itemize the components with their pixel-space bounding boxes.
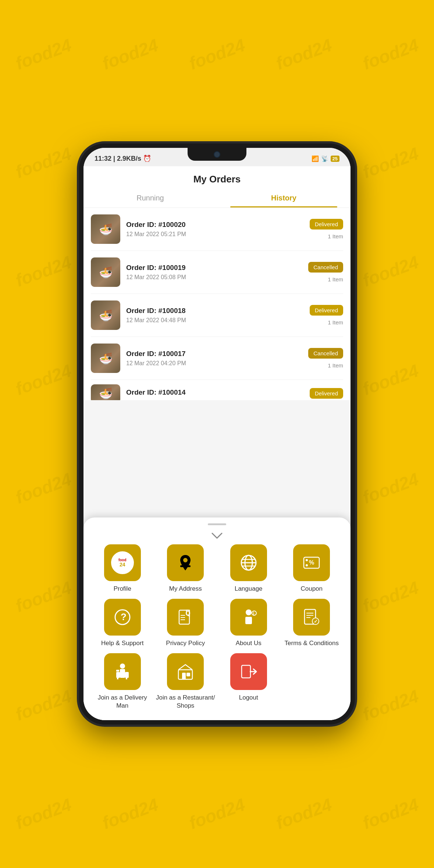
logout-icon-box xyxy=(230,653,267,690)
menu-label-about: About Us xyxy=(236,639,262,647)
menu-label-logout: Logout xyxy=(239,694,258,702)
profile-icon-box: food 24 xyxy=(104,544,141,581)
order-thumbnail: 🍜 xyxy=(91,344,120,373)
order-id: Order ID: #100020 xyxy=(126,221,304,229)
menu-label-delivery: Join as a Delivery Man xyxy=(92,694,153,710)
menu-item-profile[interactable]: food 24 Profile xyxy=(92,544,153,593)
signal-icon: 📶 xyxy=(312,155,319,162)
order-datetime: 12 Mar 2022 04:48 PM xyxy=(126,317,304,324)
status-badge: Cancelled xyxy=(308,348,343,359)
menu-label-privacy: Privacy Policy xyxy=(166,639,205,647)
menu-item-coupon[interactable]: % Coupon xyxy=(282,544,342,593)
svg-rect-31 xyxy=(125,672,129,678)
menu-item-delivery[interactable]: Join as a Delivery Man xyxy=(92,653,153,710)
order-item[interactable]: 🍜 Order ID: #100017 12 Mar 2022 04:20 PM… xyxy=(91,337,343,380)
item-count: 1 Item xyxy=(328,233,343,239)
order-thumbnail: 🍜 xyxy=(91,257,120,287)
restaurant-icon-box xyxy=(167,653,204,690)
menu-label-profile: Profile xyxy=(114,585,131,593)
svg-point-8 xyxy=(306,559,308,561)
menu-item-privacy[interactable]: Privacy Policy xyxy=(156,599,216,647)
delivery-icon-box xyxy=(104,653,141,690)
bottom-sheet: food 24 Profile xyxy=(83,517,351,720)
order-item[interactable]: 🍜 Order ID: #100018 12 Mar 2022 04:48 PM… xyxy=(91,294,343,337)
order-item[interactable]: 🍜 Order ID: #100020 12 Mar 2022 05:21 PM… xyxy=(91,208,343,251)
about-icon: i xyxy=(239,607,259,627)
svg-rect-34 xyxy=(186,673,190,676)
tab-running[interactable]: Running xyxy=(83,189,217,207)
menu-item-address[interactable]: My Address xyxy=(156,544,216,593)
logo-text: food 24 xyxy=(118,558,127,567)
menu-label-restaurant: Join as a Restaurant/ Shops xyxy=(156,694,216,710)
order-image: 🍜 xyxy=(91,300,120,330)
notch xyxy=(188,148,246,161)
menu-label-language: Language xyxy=(235,585,263,593)
order-info-partial: Order ID: #100014 xyxy=(126,388,304,399)
svg-rect-33 xyxy=(182,673,186,679)
svg-text:i: i xyxy=(253,611,254,616)
status-badge: Cancelled xyxy=(308,262,343,273)
svg-rect-35 xyxy=(242,665,250,678)
phone-frame: 11:32 | 2.9KB/s ⏰ 📶 📡 25 My Orders Runni… xyxy=(79,143,355,725)
status-badge: Delivered xyxy=(310,219,343,230)
food24-logo: food 24 xyxy=(110,550,135,575)
chevron-down-icon[interactable] xyxy=(92,533,342,541)
order-id-partial: Order ID: #100014 xyxy=(126,388,304,396)
menu-item-help[interactable]: ? Help & Support xyxy=(92,599,153,647)
menu-label-address: My Address xyxy=(169,585,202,593)
svg-rect-29 xyxy=(120,669,125,678)
item-count: 1 Item xyxy=(328,276,343,282)
privacy-icon xyxy=(175,607,195,627)
order-datetime: 12 Mar 2022 04:20 PM xyxy=(126,360,302,367)
order-status-area: Delivered 1 Item xyxy=(310,219,343,239)
menu-item-logout[interactable]: Logout xyxy=(218,653,279,710)
terms-icon-box: ✓ xyxy=(293,599,330,636)
order-id: Order ID: #100017 xyxy=(126,350,302,358)
svg-text:✓: ✓ xyxy=(314,619,318,624)
order-datetime: 12 Mar 2022 05:08 PM xyxy=(126,274,302,281)
wifi-icon: 📡 xyxy=(321,155,328,162)
help-icon: ? xyxy=(113,607,132,627)
terms-icon: ✓ xyxy=(302,607,321,627)
order-image: 🍜 xyxy=(91,214,120,244)
menu-label-help: Help & Support xyxy=(101,639,143,647)
help-icon-box: ? xyxy=(104,599,141,636)
item-count: 1 Item xyxy=(328,319,343,326)
order-status-partial: Delivered xyxy=(310,388,343,399)
address-icon-box xyxy=(167,544,204,581)
status-time-speed: 11:32 | 2.9KB/s ⏰ xyxy=(95,154,151,163)
order-thumbnail: 🍜 xyxy=(91,300,120,330)
svg-text:%: % xyxy=(309,559,314,566)
menu-item-about[interactable]: i About Us xyxy=(218,599,279,647)
order-item[interactable]: 🍜 Order ID: #100019 12 Mar 2022 05:08 PM… xyxy=(91,251,343,294)
order-item-partial: 🍜 Order ID: #100014 Delivered xyxy=(91,380,343,400)
content-area: My Orders Running History 🍜 Or xyxy=(83,166,351,720)
svg-point-9 xyxy=(306,564,308,566)
order-image: 🍜 xyxy=(91,384,120,401)
svg-text:?: ? xyxy=(121,611,127,622)
page-title: My Orders xyxy=(83,166,351,189)
coupon-icon: % xyxy=(302,553,321,573)
svg-rect-28 xyxy=(116,670,119,672)
language-icon xyxy=(239,553,259,573)
svg-rect-0 xyxy=(180,565,191,567)
logout-icon xyxy=(239,662,259,682)
svg-rect-18 xyxy=(245,617,252,624)
menu-label-terms: Terms & Conditions xyxy=(285,639,339,647)
svg-point-17 xyxy=(246,609,252,615)
status-time: 11:32 xyxy=(95,155,111,162)
orders-list: 🍜 Order ID: #100020 12 Mar 2022 05:21 PM… xyxy=(83,208,351,400)
tab-history[interactable]: History xyxy=(217,189,351,207)
tabs-container: Running History xyxy=(83,189,351,208)
menu-item-terms[interactable]: ✓ Terms & Conditions xyxy=(282,599,342,647)
menu-item-language[interactable]: Language xyxy=(218,544,279,593)
order-image: 🍜 xyxy=(91,257,120,287)
menu-item-restaurant[interactable]: Join as a Restaurant/ Shops xyxy=(156,653,216,710)
order-info: Order ID: #100020 12 Mar 2022 05:21 PM xyxy=(126,221,304,238)
screen: 11:32 | 2.9KB/s ⏰ 📶 📡 25 My Orders Runni… xyxy=(83,148,351,720)
svg-rect-30 xyxy=(116,672,120,678)
order-status-area: Cancelled 1 Item xyxy=(308,262,343,282)
menu-grid-row1: food 24 Profile xyxy=(92,544,342,710)
item-count: 1 Item xyxy=(328,362,343,369)
sheet-handle[interactable] xyxy=(208,523,226,525)
